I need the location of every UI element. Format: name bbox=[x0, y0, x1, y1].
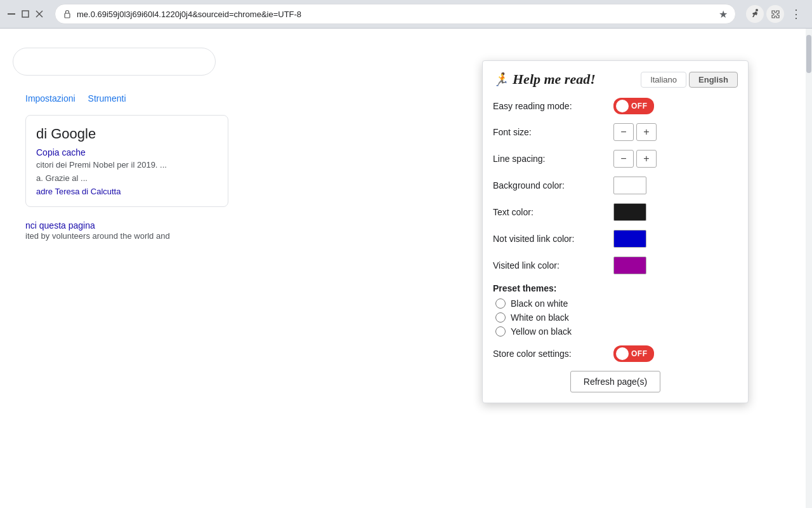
more-menu-button[interactable]: ⋮ bbox=[787, 4, 806, 23]
minimize-button[interactable] bbox=[6, 9, 16, 19]
nav-impostazioni[interactable]: Impostazioni bbox=[25, 93, 75, 104]
translate-link[interactable]: nci questa pagina bbox=[25, 220, 95, 231]
window-controls bbox=[6, 9, 44, 19]
easy-reading-row: Easy reading mode: OFF bbox=[493, 98, 738, 114]
theme-yellow-on-black-label: Yellow on black bbox=[511, 326, 572, 337]
close-button[interactable] bbox=[34, 9, 44, 19]
scrollbar[interactable] bbox=[806, 29, 812, 508]
toggle-circle bbox=[616, 100, 629, 112]
svg-point-5 bbox=[756, 9, 758, 11]
maximize-button[interactable] bbox=[20, 9, 30, 19]
lang-italiano-button[interactable]: Italiano bbox=[641, 72, 686, 88]
theme-yellow-on-black-option[interactable]: Yellow on black bbox=[495, 326, 738, 337]
easy-reading-toggle[interactable]: OFF bbox=[613, 98, 654, 114]
help-me-read-popup: 🏃 Help me read! Italiano English Easy re… bbox=[482, 60, 749, 403]
browser-toolbar: me.0.69i59j0l3j69i60l4.1220j0j4&sourceid… bbox=[0, 0, 812, 29]
font-size-label: Font size: bbox=[493, 127, 607, 137]
text-color-swatch[interactable] bbox=[613, 203, 646, 221]
svg-rect-1 bbox=[22, 11, 29, 17]
font-size-stepper: − + bbox=[613, 123, 657, 141]
language-buttons: Italiano English bbox=[641, 72, 738, 88]
easy-reading-label: Easy reading mode: bbox=[493, 101, 607, 111]
store-settings-toggle[interactable]: OFF bbox=[613, 345, 654, 362]
not-visited-link-row: Not visited link color: bbox=[493, 230, 738, 248]
theme-black-on-white-option[interactable]: Black on white bbox=[495, 298, 738, 309]
result-desc2: a. Grazie al ... bbox=[36, 173, 218, 183]
store-settings-state: OFF bbox=[631, 349, 648, 358]
preset-themes-radio-group: Black on white White on black Yellow on … bbox=[495, 298, 738, 337]
extension-icon-2[interactable] bbox=[766, 5, 784, 23]
store-toggle-circle bbox=[616, 347, 629, 360]
text-color-label: Text color: bbox=[493, 207, 607, 217]
theme-black-on-white-label: Black on white bbox=[511, 298, 568, 309]
lang-english-button[interactable]: English bbox=[689, 72, 738, 88]
not-visited-link-swatch[interactable] bbox=[613, 230, 646, 248]
font-size-decrease-button[interactable]: − bbox=[613, 123, 634, 141]
bg-color-swatch[interactable] bbox=[613, 177, 646, 194]
visited-link-row: Visited link color: bbox=[493, 257, 738, 274]
line-spacing-label: Line spacing: bbox=[493, 154, 607, 164]
refresh-pages-button[interactable]: Refresh page(s) bbox=[570, 371, 660, 392]
bg-color-row: Background color: bbox=[493, 177, 738, 194]
preset-themes-section: Preset themes: Black on white White on b… bbox=[493, 283, 738, 337]
bookmark-icon[interactable]: ★ bbox=[719, 8, 728, 20]
visited-link-swatch[interactable] bbox=[613, 257, 646, 274]
result-sublink[interactable]: adre Teresa di Calcutta bbox=[36, 187, 218, 196]
theme-white-on-black-radio[interactable] bbox=[495, 312, 506, 323]
svg-rect-0 bbox=[8, 13, 15, 15]
address-bar[interactable]: me.0.69i59j0l3j69i60l4.1220j0j4&sourceid… bbox=[55, 4, 736, 24]
page-content: Impostazioni Strumenti di Google Copia c… bbox=[0, 29, 812, 508]
url-text: me.0.69i59j0l3j69i60l4.1220j0j4&sourceid… bbox=[77, 10, 714, 19]
scrollbar-thumb[interactable] bbox=[806, 35, 811, 73]
theme-yellow-on-black-radio[interactable] bbox=[495, 326, 506, 337]
easy-reading-state: OFF bbox=[631, 102, 648, 110]
store-settings-label: Store color settings: bbox=[493, 349, 607, 359]
line-spacing-increase-button[interactable]: + bbox=[636, 150, 657, 168]
result-link-cache[interactable]: Copia cache bbox=[36, 147, 218, 157]
store-settings-row: Store color settings: OFF bbox=[493, 345, 738, 362]
line-spacing-decrease-button[interactable]: − bbox=[613, 150, 634, 168]
theme-white-on-black-label: White on black bbox=[511, 312, 569, 323]
popup-logo-text: Help me read! bbox=[513, 71, 596, 88]
font-size-increase-button[interactable]: + bbox=[636, 123, 657, 141]
search-result-box: di Google Copia cache citori dei Premi N… bbox=[25, 115, 228, 207]
popup-header: 🏃 Help me read! Italiano English bbox=[493, 71, 738, 88]
font-size-row: Font size: − + bbox=[493, 123, 738, 141]
search-bar-mock bbox=[13, 48, 216, 76]
bg-color-label: Background color: bbox=[493, 180, 607, 190]
not-visited-link-label: Not visited link color: bbox=[493, 234, 607, 244]
line-spacing-row: Line spacing: − + bbox=[493, 150, 738, 168]
nav-strumenti[interactable]: Strumenti bbox=[88, 93, 126, 104]
puzzle-icon bbox=[769, 8, 781, 20]
logo-icon: 🏃 bbox=[493, 72, 509, 87]
preset-themes-label: Preset themes: bbox=[493, 283, 738, 293]
visited-link-label: Visited link color: bbox=[493, 260, 607, 271]
theme-white-on-black-option[interactable]: White on black bbox=[495, 312, 738, 323]
line-spacing-stepper: − + bbox=[613, 150, 657, 168]
result-desc: citori dei Premi Nobel per il 2019. ... bbox=[36, 160, 218, 170]
text-color-row: Text color: bbox=[493, 203, 738, 221]
popup-logo: 🏃 Help me read! bbox=[493, 71, 596, 88]
lock-icon bbox=[63, 10, 72, 18]
svg-rect-4 bbox=[65, 13, 70, 18]
result-title: di Google bbox=[36, 126, 218, 142]
browser-extensions: ⋮ bbox=[746, 4, 806, 23]
extension-icon-1[interactable] bbox=[746, 5, 764, 23]
theme-black-on-white-radio[interactable] bbox=[495, 298, 506, 309]
person-run-icon bbox=[749, 8, 761, 20]
